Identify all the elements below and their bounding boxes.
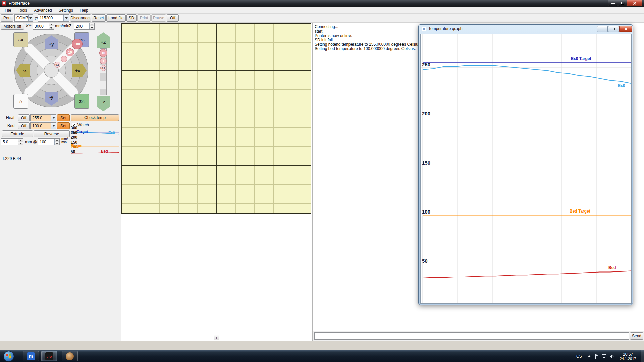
stepper-arrows[interactable] — [49, 23, 54, 29]
sd-button[interactable]: SD — [126, 14, 137, 22]
extrude-length-stepper[interactable]: 5.0 — [1, 138, 23, 145]
temps-status-text: T:229 B:44 — [2, 156, 21, 161]
tray-language-indicator[interactable]: CS — [576, 354, 582, 359]
reset-button[interactable]: Reset — [92, 14, 106, 22]
temp-chart — [421, 34, 631, 303]
chevron-down-icon[interactable] — [51, 123, 56, 129]
z-speed-label: Z: — [69, 24, 73, 28]
check-temp-button[interactable]: Check temp — [71, 114, 119, 121]
extrude-speed-stepper[interactable]: 100 — [38, 138, 60, 145]
z-step-10-badge[interactable]: 10 — [99, 49, 107, 57]
print-button[interactable]: Print — [137, 14, 151, 22]
close-button[interactable] — [627, 0, 642, 6]
temp-minimize-button[interactable] — [597, 26, 608, 32]
bed-set-button[interactable]: Set — [57, 122, 70, 129]
mini-ytick-150: 150 — [71, 140, 77, 145]
tray-network-icon[interactable] — [602, 354, 607, 359]
menu-settings[interactable]: Settings — [56, 7, 76, 13]
taskbar-app-gimp[interactable] — [62, 351, 78, 361]
print-bed-grid[interactable] — [121, 23, 311, 214]
bed-temp-select[interactable]: 100.0 — [30, 122, 56, 129]
temp-close-button[interactable] — [619, 26, 632, 32]
mm-at-label: mm @ — [25, 140, 37, 144]
jog-step-10-badge[interactable]: 10 — [66, 48, 74, 56]
temp-maximize-button[interactable] — [608, 26, 619, 32]
maximize-button[interactable] — [618, 0, 627, 6]
check-icon — [73, 123, 75, 126]
jog-step-1-badge[interactable]: 1 — [61, 56, 67, 62]
menu-advanced[interactable]: Advanced — [31, 7, 54, 13]
stepper-arrows[interactable] — [54, 139, 59, 145]
gcode-input[interactable] — [314, 332, 629, 340]
mini-temp-graph[interactable]: Target Target 300 250 200 150 100 50 Ex0… — [71, 126, 120, 155]
jog-step-01-badge[interactable]: 0.1 — [54, 62, 60, 68]
chevron-down-icon[interactable] — [63, 15, 69, 21]
port-select[interactable]: COM3 — [14, 14, 33, 22]
menu-file[interactable]: File — [2, 7, 14, 13]
maximize-icon — [612, 28, 615, 30]
jog-plus-z-button[interactable]: +Z — [97, 32, 110, 48]
window-title: Pronterface — [9, 1, 30, 6]
chevron-down-icon[interactable] — [28, 15, 33, 21]
jog-pad: ⌂x y⌂ ⌂ z⌂ -x +x +y -y 100 10 1 0.1 — [13, 32, 89, 109]
taskbar-app-pronterface[interactable]: :-p — [41, 351, 57, 361]
disconnect-button[interactable]: Disconnect — [70, 14, 91, 22]
xy-speed-stepper[interactable]: 3000 — [33, 23, 54, 30]
z-step-01-badge[interactable]: 0.1 — [100, 65, 106, 71]
minimize-button[interactable] — [608, 0, 618, 6]
expand-button[interactable]: + — [214, 335, 219, 340]
load-file-button[interactable]: Load file — [106, 14, 126, 22]
taskbar-app-filemanager[interactable]: m — [23, 351, 39, 361]
temp-window-title: Temperature graph — [428, 26, 462, 31]
z-step-1-badge[interactable]: 1 — [100, 58, 107, 64]
show-desktop-button[interactable] — [641, 350, 644, 362]
reverse-button[interactable]: Reverse — [34, 130, 70, 137]
tray-flag-icon[interactable] — [594, 354, 599, 359]
stepper-arrows[interactable] — [89, 23, 94, 29]
mini-ytick-300: 300 — [71, 126, 77, 130]
z-speed-stepper[interactable]: 200 — [74, 23, 95, 30]
heat-set-button[interactable]: Set — [57, 114, 70, 121]
baud-select[interactable]: 115200 — [38, 14, 69, 22]
chevron-down-icon[interactable] — [51, 115, 56, 121]
toolbar: Port COM3 @ 115200 Disconnect Reset Load… — [0, 14, 644, 23]
start-button[interactable] — [3, 351, 14, 362]
bed-label: Bed: — [7, 123, 16, 128]
tray-expand-icon[interactable] — [588, 355, 591, 357]
heat-temp-select[interactable]: 255.0 — [30, 114, 56, 121]
taskbar: m :-p CS 20:57 24.1.2017 — [0, 350, 644, 362]
home-z-button[interactable]: z⌂ — [74, 94, 89, 109]
window-titlebar: Pronterface — [0, 0, 644, 7]
desktop: Pronterface File Tools Advanced Settings… — [0, 0, 644, 362]
jog-minus-z-button[interactable]: -z — [97, 96, 110, 111]
off-button[interactable]: Off — [167, 14, 179, 22]
stepper-arrows[interactable] — [18, 139, 23, 145]
port-button[interactable]: Port — [1, 14, 13, 22]
tray-clock[interactable]: 20:57 24.1.2017 — [617, 351, 639, 361]
minimize-icon — [611, 3, 615, 4]
close-icon — [624, 27, 627, 31]
pronterface-icon: :-p — [45, 352, 53, 360]
jog-step-100-badge[interactable]: 100 — [72, 39, 83, 49]
menu-help[interactable]: Help — [77, 7, 91, 13]
motion-row: Motors off XY: 3000 mm/min Z: 200 — [0, 23, 121, 30]
tray-volume-icon[interactable] — [609, 354, 614, 359]
temp-window-icon — [422, 27, 426, 31]
bed-off-button[interactable]: Off — [18, 122, 30, 129]
menubar: File Tools Advanced Settings Help — [0, 7, 644, 14]
mini-ytick-100: 100 — [71, 145, 77, 149]
temp-graph-window[interactable]: Temperature graph 250 200 150 100 50 Ex0… — [418, 24, 633, 305]
home-all-button[interactable]: ⌂ — [13, 94, 28, 109]
ytick-50: 50 — [422, 258, 428, 264]
ex0-target-label: Ex0 Target — [571, 56, 591, 61]
motors-off-button[interactable]: Motors off — [1, 23, 24, 30]
extrude-button[interactable]: Extrude — [2, 130, 33, 137]
ytick-150: 150 — [422, 160, 430, 166]
menu-tools[interactable]: Tools — [15, 7, 30, 13]
send-button[interactable]: Send — [630, 332, 643, 340]
xy-speed-label: XY: — [26, 24, 32, 28]
bed-target-label: Bed Target — [570, 209, 590, 214]
pause-button[interactable]: Pause — [151, 14, 166, 22]
home-x-button[interactable]: ⌂x — [13, 32, 28, 47]
heat-off-button[interactable]: Off — [18, 114, 30, 121]
